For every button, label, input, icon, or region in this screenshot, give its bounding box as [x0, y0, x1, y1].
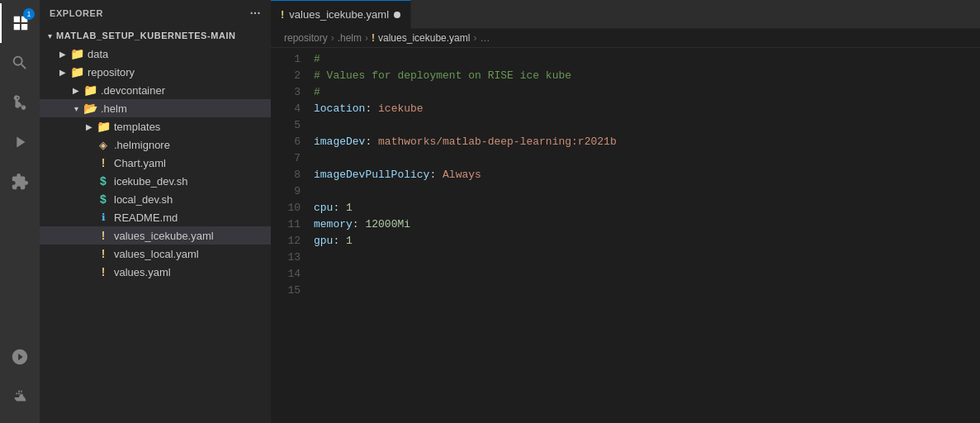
tree-item-values-local[interactable]: ! values_local.yaml	[40, 245, 271, 263]
line-numbers: 1 2 3 4 5 6 7 8 9 10 11 12 13 14 15	[271, 48, 310, 423]
tree-item-data[interactable]: ▶ 📁 data	[40, 45, 271, 63]
breadcrumb-sep2: ›	[365, 32, 368, 44]
yaml-excl-icon: !	[96, 229, 111, 242]
tree-item-values-icekube[interactable]: ! values_icekube.yaml	[40, 226, 271, 245]
folder-icon: 📁	[83, 83, 97, 97]
root-label: MATLAB_SETUP_KUBERNETES-MAIN	[56, 31, 235, 40]
remote-icon[interactable]	[0, 337, 40, 377]
tree-item-templates[interactable]: ▶ 📁 templates	[40, 117, 271, 135]
breadcrumb: repository › .helm › ! values_icekube.ya…	[271, 29, 980, 48]
code-line-8: imageDevPullPolicy: Always	[310, 167, 980, 183]
tree-label-devcontainer: .devcontainer	[101, 84, 271, 97]
tree-label-values-icekube: values_icekube.yaml	[114, 230, 271, 242]
tree-label-values-local: values_local.yaml	[114, 248, 271, 260]
tree-label-data: data	[88, 48, 271, 60]
file-tree: ▾ MATLAB_SETUP_KUBERNETES-MAIN ▶ 📁 data …	[40, 26, 271, 423]
new-file-icon[interactable]: ···	[250, 7, 261, 20]
folder-icon: 📁	[96, 120, 111, 133]
root-arrow: ▾	[43, 31, 56, 40]
code-line-6: imageDev: mathworks/matlab-deep-learning…	[310, 134, 980, 150]
code-line-4: location: icekube	[310, 101, 980, 117]
code-line-12: gpu: 1	[310, 233, 980, 250]
tree-item-local-dev[interactable]: $ local_dev.sh	[40, 190, 271, 208]
tree-label-chart: Chart.yaml	[114, 157, 271, 169]
yaml-excl-icon: !	[96, 247, 111, 260]
sidebar-header: EXPLORER ···	[40, 0, 271, 26]
breadcrumb-helm[interactable]: .helm	[338, 32, 362, 44]
breadcrumb-sep1: ›	[331, 32, 334, 44]
sidebar-title: EXPLORER	[50, 8, 103, 18]
breadcrumb-repo[interactable]: repository	[284, 32, 328, 44]
code-line-11: memory: 12000Mi	[310, 216, 980, 233]
tree-label-helm: .helm	[101, 102, 271, 115]
folder-open-icon: 📂	[83, 102, 97, 115]
source-control-icon[interactable]	[0, 83, 40, 122]
code-line-14	[310, 266, 980, 283]
tab-filename: values_icekube.yaml	[289, 8, 389, 21]
explorer-badge: 1	[23, 8, 35, 20]
sh-icon: $	[96, 192, 111, 206]
readme-icon: ℹ	[96, 212, 111, 223]
tree-label-values: values.yaml	[114, 266, 271, 278]
code-line-3: #	[310, 84, 980, 101]
code-content[interactable]: # # Values for deployment on RISE ice ku…	[310, 48, 980, 423]
code-line-13	[310, 250, 980, 266]
tree-item-values[interactable]: ! values.yaml	[40, 263, 271, 281]
tab-excl-icon: !	[281, 8, 284, 21]
tree-root[interactable]: ▾ MATLAB_SETUP_KUBERNETES-MAIN	[40, 26, 271, 45]
folder-icon: 📁	[69, 65, 84, 78]
extensions-icon[interactable]	[0, 162, 40, 202]
tree-label-templates: templates	[114, 121, 271, 133]
code-editor[interactable]: 1 2 3 4 5 6 7 8 9 10 11 12 13 14 15 # # …	[271, 48, 980, 423]
code-line-9	[310, 183, 980, 200]
code-line-1: #	[310, 51, 980, 68]
tree-label-local-dev: local_dev.sh	[114, 193, 271, 206]
code-line-7	[310, 150, 980, 167]
tab-bar: ! values_icekube.yaml	[271, 0, 980, 29]
sidebar: EXPLORER ··· ▾ MATLAB_SETUP_KUBERNETES-M…	[40, 0, 271, 423]
yaml-excl-icon: !	[96, 265, 111, 278]
tree-item-devcontainer[interactable]: ▶ 📁 .devcontainer	[40, 81, 271, 99]
code-line-2: # Values for deployment on RISE ice kube	[310, 68, 980, 84]
helmignore-icon: ◈	[96, 139, 111, 151]
search-icon[interactable]	[0, 43, 40, 83]
breadcrumb-sep3: ›	[473, 32, 476, 44]
tree-item-icekube-dev[interactable]: $ icekube_dev.sh	[40, 172, 271, 190]
tab-modified-dot	[394, 12, 400, 18]
run-debug-icon[interactable]	[0, 122, 40, 162]
tree-item-helmignore[interactable]: ◈ .helmignore	[40, 135, 271, 154]
tree-item-readme[interactable]: ℹ README.md	[40, 208, 271, 226]
yaml-excl-icon: !	[96, 156, 111, 169]
code-line-5	[310, 117, 980, 134]
breadcrumb-dots: …	[480, 32, 490, 44]
tree-label-helmignore: .helmignore	[114, 139, 271, 151]
tree-label-readme: README.md	[114, 212, 271, 224]
tree-label-icekube-dev: icekube_dev.sh	[114, 175, 271, 188]
tree-label-repository: repository	[88, 66, 271, 78]
sh-icon: $	[96, 174, 111, 188]
active-tab[interactable]: ! values_icekube.yaml	[271, 0, 411, 29]
sidebar-header-actions: ···	[250, 7, 261, 20]
tree-item-chart[interactable]: ! Chart.yaml	[40, 154, 271, 172]
code-line-15	[310, 283, 980, 299]
breadcrumb-file[interactable]: values_icekube.yaml	[378, 32, 470, 44]
explorer-icon[interactable]: 1	[0, 3, 40, 43]
docker-icon[interactable]	[0, 377, 40, 416]
tree-item-helm[interactable]: ▾ 📂 .helm	[40, 99, 271, 117]
activity-bar: 1	[0, 0, 40, 423]
tree-item-repository[interactable]: ▶ 📁 repository	[40, 63, 271, 81]
breadcrumb-excl: !	[372, 32, 375, 44]
folder-icon: 📁	[69, 47, 84, 60]
editor-area: ! values_icekube.yaml repository › .helm…	[271, 0, 980, 423]
code-line-10: cpu: 1	[310, 200, 980, 216]
